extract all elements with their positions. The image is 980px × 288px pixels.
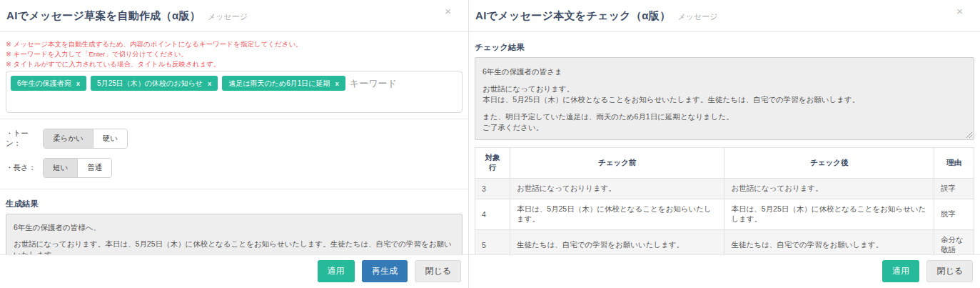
column-header-line: 対象行 bbox=[475, 148, 510, 179]
column-header-after: チェック後 bbox=[724, 148, 934, 179]
table-row: 4 本日は、5月25日（木）に休校となることをお知らいたします。 本日は、5月2… bbox=[475, 199, 974, 230]
check-table: 対象行 チェック前 チェック後 理由 3 お世話になっておりります。 お世話にな… bbox=[475, 147, 974, 254]
tone-toggle-group: 柔らかい 硬い bbox=[43, 129, 128, 149]
column-header-before: チェック前 bbox=[510, 148, 724, 179]
cell-before: お世話になっておりります。 bbox=[510, 179, 724, 199]
cell-line: 5 bbox=[475, 230, 510, 255]
cell-reason: 余分な敬語 bbox=[934, 230, 974, 255]
keyword-tag[interactable]: 遠足は雨天のため6月1日に延期 x bbox=[222, 76, 345, 91]
cell-reason: 脱字 bbox=[934, 199, 974, 230]
note-line: ※ タイトルがすでに入力されている場合、タイトルも反映されます。 bbox=[6, 60, 463, 68]
note-line: ※ メッセージ本文を自動生成するため、内容のポイントになるキーワードを指定してく… bbox=[6, 40, 463, 48]
cell-before: 生徒たちは、自宅での学習をお願いいたします。 bbox=[510, 230, 724, 255]
modal-subtitle: メッセージ bbox=[677, 11, 717, 22]
apply-button[interactable]: 適用 bbox=[882, 260, 919, 282]
table-row: 5 生徒たちは、自宅での学習をお願いいたします。 生徒たちは、自宅での学習をお願… bbox=[475, 230, 974, 255]
draft-generator-modal: AIでメッセージ草案を自動作成（α版） メッセージ × ※ メッセージ本文を自動… bbox=[0, 0, 469, 288]
cell-after: 生徒たちは、自宅での学習をお願いします。 bbox=[724, 230, 934, 255]
keyword-tag-label: 6年生の保護者宛 bbox=[17, 79, 71, 89]
cell-after: 本日は、5月25日（木）に休校となることをお知らせいたします。 bbox=[724, 199, 934, 230]
keyword-tag-label: 5月25日（木）の休校のお知らせ bbox=[97, 79, 203, 89]
result-paragraph: お世話になっております。本日は、5月25日（木）に休校となることをお知らせいたし… bbox=[14, 239, 455, 254]
keyword-input-box[interactable]: 6年生の保護者宛 x 5月25日（木）の休校のお知らせ x 遠足は雨天のため6月… bbox=[6, 71, 463, 113]
divider bbox=[0, 189, 468, 189]
length-row: ・長さ： 短い 普通 bbox=[6, 158, 463, 178]
remove-tag-icon[interactable]: x bbox=[208, 79, 211, 87]
modal-footer: 適用 閉じる bbox=[469, 254, 980, 288]
column-header-reason: 理由 bbox=[934, 148, 974, 179]
cell-before: 本日は、5月25日（木）に休校となることをお知らいたします。 bbox=[510, 199, 724, 230]
close-icon[interactable]: × bbox=[442, 3, 454, 19]
apply-button[interactable]: 適用 bbox=[318, 260, 355, 282]
table-row: 3 お世話になっておりります。 お世話になっております。 誤字 bbox=[475, 179, 974, 199]
keyword-input[interactable] bbox=[350, 76, 458, 91]
check-paragraph: 何かご不明な点がございましたら、お気軽にお問い合わせください。 bbox=[483, 139, 966, 140]
close-button[interactable]: 閉じる bbox=[926, 260, 973, 282]
text-check-modal: AIでメッセージ本文をチェック（α版） メッセージ × チェック結果 6年生の保… bbox=[469, 0, 980, 288]
generation-result-textarea[interactable]: 6年生の保護者の皆様へ、 お世話になっております。本日は、5月25日（木）に休校… bbox=[6, 214, 463, 254]
close-icon[interactable]: × bbox=[954, 3, 966, 19]
modal-header: AIでメッセージ草案を自動作成（α版） メッセージ × bbox=[0, 0, 468, 32]
modal-body: チェック結果 6年生の保護者の皆さま お世話になっております。 本日は、5月25… bbox=[469, 32, 980, 254]
keyword-tag-label: 遠足は雨天のため6月1日に延期 bbox=[228, 79, 330, 89]
note-line: ※ キーワードを入力して「Enter」で切り分けてください。 bbox=[6, 50, 463, 58]
tone-hard-button[interactable]: 硬い bbox=[93, 129, 127, 148]
tone-soft-button[interactable]: 柔らかい bbox=[44, 129, 93, 148]
close-button[interactable]: 閉じる bbox=[415, 260, 461, 282]
generation-result-label: 生成結果 bbox=[6, 199, 463, 209]
check-line: お世話になっております。 bbox=[483, 84, 966, 94]
cell-line: 3 bbox=[475, 179, 510, 199]
length-normal-button[interactable]: 普通 bbox=[77, 159, 111, 177]
result-paragraph: 6年生の保護者の皆様へ、 bbox=[14, 222, 455, 233]
cell-line: 4 bbox=[475, 199, 510, 230]
check-result-label: チェック結果 bbox=[475, 42, 974, 53]
remove-tag-icon[interactable]: x bbox=[76, 79, 80, 87]
check-line: 6年生の保護者の皆さま bbox=[483, 67, 562, 76]
check-line: ご了承ください。 bbox=[483, 122, 966, 133]
length-label: ・長さ： bbox=[6, 163, 43, 173]
tone-label: ・トーン： bbox=[6, 129, 43, 149]
length-toggle-group: 短い 普通 bbox=[43, 158, 112, 178]
notes: ※ メッセージ本文を自動生成するため、内容のポイントになるキーワードを指定してく… bbox=[6, 40, 463, 68]
check-paragraph: また、明日予定していた遠足は、雨天のため6月1日に延期となりました。 ご了承くだ… bbox=[483, 111, 966, 133]
divider bbox=[0, 119, 468, 119]
modal-subtitle: メッセージ bbox=[208, 11, 248, 22]
modal-footer: 適用 再生成 閉じる bbox=[0, 254, 468, 288]
modal-body: ※ メッセージ本文を自動生成するため、内容のポイントになるキーワードを指定してく… bbox=[0, 32, 468, 254]
check-line: 本日は、5月25日（木）に休校となることをお知らせいたします。生徒たちは、自宅で… bbox=[483, 94, 966, 105]
check-paragraph: 6年生の保護者の皆さま bbox=[483, 66, 966, 77]
cell-after: お世話になっております。 bbox=[724, 179, 934, 199]
modal-header: AIでメッセージ本文をチェック（α版） メッセージ × bbox=[469, 0, 980, 32]
tone-row: ・トーン： 柔らかい 硬い bbox=[6, 129, 463, 149]
length-short-button[interactable]: 短い bbox=[44, 159, 77, 177]
screen: AIでメッセージ草案を自動作成（α版） メッセージ × ※ メッセージ本文を自動… bbox=[0, 0, 980, 288]
keyword-tag[interactable]: 5月25日（木）の休校のお知らせ x bbox=[91, 76, 218, 91]
check-result-textarea[interactable]: 6年生の保護者の皆さま お世話になっております。 本日は、5月25日（木）に休校… bbox=[475, 57, 974, 140]
table-header-row: 対象行 チェック前 チェック後 理由 bbox=[475, 148, 974, 179]
regenerate-button[interactable]: 再生成 bbox=[362, 260, 408, 282]
keyword-tag[interactable]: 6年生の保護者宛 x bbox=[11, 76, 86, 91]
remove-tag-icon[interactable]: x bbox=[335, 79, 339, 87]
check-paragraph: お世話になっております。 本日は、5月25日（木）に休校となることをお知らせいた… bbox=[483, 84, 966, 105]
modal-title: AIでメッセージ本文をチェック（α版） bbox=[475, 9, 670, 23]
cell-reason: 誤字 bbox=[934, 179, 974, 199]
check-line: また、明日予定していた遠足は、雨天のため6月1日に延期となりました。 bbox=[483, 111, 966, 122]
modal-title: AIでメッセージ草案を自動作成（α版） bbox=[6, 9, 201, 23]
